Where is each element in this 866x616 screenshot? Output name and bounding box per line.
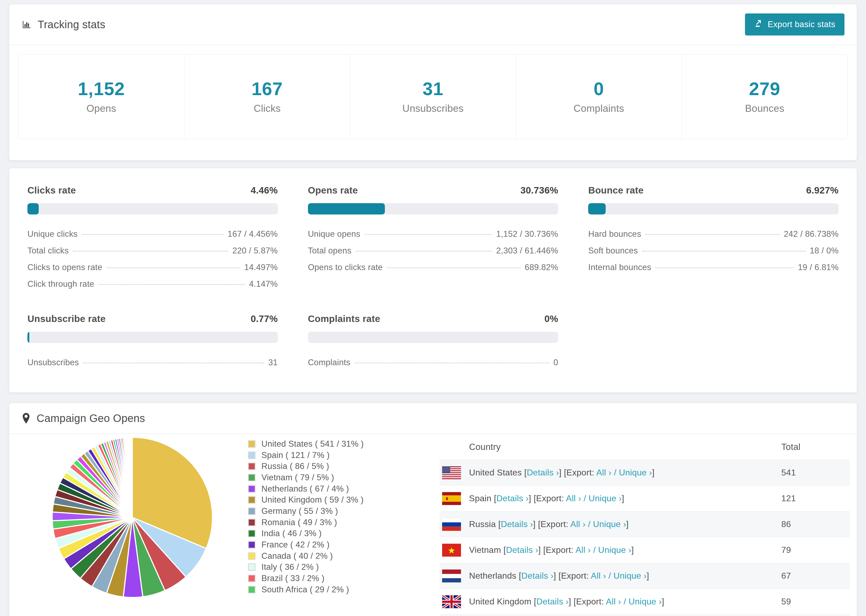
legend-label: France ( 42 / 2% ): [261, 540, 330, 550]
export-slash: /: [606, 571, 614, 580]
rate-detail-value: 689.82%: [525, 262, 558, 272]
legend-label: South Africa ( 29 / 2% ): [261, 585, 349, 594]
legend-color-swatch: [248, 519, 255, 526]
table-row-spain: Spain [Details ›] [Export: All › / Uniqu…: [439, 486, 850, 511]
legend-item-canada[interactable]: Canada ( 40 / 2% ): [248, 550, 439, 562]
legend-color-swatch: [248, 474, 255, 481]
bar-chart-icon: [22, 19, 32, 30]
rate-progress-bar: [27, 203, 278, 214]
table-row-netherlands: Netherlands [Details ›] [Export: All › /…: [439, 563, 850, 589]
vn-flag-icon: [442, 544, 461, 556]
export-all-link[interactable]: All ›: [570, 519, 586, 529]
export-slash: /: [581, 493, 589, 503]
column-header-country: Country: [469, 442, 781, 452]
legend-item-romania[interactable]: Romania ( 49 / 3% ): [248, 517, 439, 528]
legend-item-vietnam[interactable]: Vietnam ( 79 / 5% ): [248, 472, 439, 483]
dotted-leader: [646, 234, 779, 235]
rate-section-clicks-rate: Clicks rate4.46%Unique clicks167 / 4.456…: [27, 185, 278, 292]
export-unique-link[interactable]: Unique ›: [619, 468, 652, 477]
country-total: 86: [781, 519, 844, 529]
dotted-leader: [365, 234, 492, 235]
export-slash: /: [586, 519, 593, 529]
rate-title: Bounce rate: [588, 185, 644, 196]
legend-item-south-africa[interactable]: South Africa ( 29 / 2% ): [248, 584, 439, 595]
export-unique-link[interactable]: Unique ›: [614, 571, 647, 580]
export-all-link[interactable]: All ›: [596, 468, 612, 477]
legend-item-russia[interactable]: Russia ( 86 / 5% ): [248, 460, 439, 472]
legend-item-united-kingdom[interactable]: United Kingdom ( 59 / 3% ): [248, 494, 439, 506]
rate-detail-row: Unique clicks167 / 4.456%: [27, 226, 278, 242]
rate-detail-label: Hard bounces: [588, 229, 641, 239]
geo-opens-header: Campaign Geo Opens: [9, 403, 857, 434]
details-link[interactable]: Details ›: [521, 571, 553, 580]
pie-slice[interactable]: [132, 437, 132, 517]
us-flag-icon: [442, 466, 461, 479]
dotted-leader: [82, 234, 224, 235]
legend-label: Italy ( 36 / 2% ): [261, 562, 319, 572]
export-all-link[interactable]: All ›: [606, 597, 621, 606]
rate-value: 6.927%: [806, 185, 839, 196]
table-row-russia: Russia [Details ›] [Export: All › / Uniq…: [439, 511, 850, 537]
export-unique-link[interactable]: Unique ›: [589, 493, 622, 503]
rate-detail-label: Unsubscribes: [27, 358, 79, 368]
dotted-leader: [387, 267, 520, 268]
rate-detail-value: 2,303 / 61.446%: [496, 246, 558, 256]
geo-opens-card: Campaign Geo Opens United States ( 541 /…: [9, 403, 857, 616]
rate-progress-bar: [588, 203, 839, 214]
export-all-link[interactable]: All ›: [576, 545, 591, 555]
export-unique-link[interactable]: Unique ›: [593, 519, 626, 529]
legend-item-netherlands[interactable]: Netherlands ( 67 / 4% ): [248, 483, 439, 495]
summary-stat-value: 279: [682, 78, 847, 99]
ru-flag-icon: [442, 518, 461, 531]
details-link[interactable]: Details ›: [506, 545, 538, 555]
rate-detail-value: 14.497%: [244, 262, 277, 272]
es-flag-icon: [442, 492, 461, 505]
legend-label: Canada ( 40 / 2% ): [261, 551, 333, 561]
details-link[interactable]: Details ›: [501, 519, 533, 529]
legend-label: Netherlands ( 67 / 4% ): [261, 484, 349, 494]
tracking-stats-header: Tracking stats Export basic stats: [9, 4, 857, 45]
rate-detail-row: Clicks to opens rate14.497%: [27, 259, 278, 276]
legend-item-brazil[interactable]: Brazil ( 33 / 2% ): [248, 573, 439, 584]
export-all-link[interactable]: All ›: [591, 571, 606, 580]
details-link[interactable]: Details ›: [496, 493, 529, 503]
legend-item-france[interactable]: France ( 42 / 2% ): [248, 539, 439, 550]
legend-color-swatch: [248, 451, 255, 459]
dotted-leader: [355, 363, 549, 363]
legend-item-germany[interactable]: Germany ( 55 / 3% ): [248, 506, 439, 517]
summary-stat-label: Bounces: [682, 103, 847, 114]
details-link[interactable]: Details ›: [527, 468, 559, 477]
rate-detail-row: Click through rate4.147%: [27, 276, 278, 292]
geo-legend: United States ( 541 / 31% )Spain ( 121 /…: [248, 434, 439, 616]
rate-progress-fill: [308, 203, 385, 214]
summary-stat-value: 31: [350, 78, 516, 99]
rate-detail-value: 4.147%: [249, 279, 278, 289]
rate-detail-value: 242 / 86.738%: [784, 229, 839, 239]
legend-label: Spain ( 121 / 7% ): [261, 451, 330, 460]
rate-detail-row: Hard bounces242 / 86.738%: [588, 226, 839, 242]
summary-stat-clicks: 167Clicks: [184, 55, 350, 139]
rate-detail-label: Clicks to opens rate: [27, 262, 102, 272]
legend-item-united-states[interactable]: United States ( 541 / 31% ): [248, 438, 439, 449]
geo-pie-chart[interactable]: [9, 434, 248, 616]
country-name: United States: [469, 468, 522, 477]
export-unique-link[interactable]: Unique ›: [628, 597, 661, 606]
export-basic-stats-button[interactable]: Export basic stats: [745, 13, 844, 36]
legend-color-swatch: [248, 485, 255, 493]
export-unique-link[interactable]: Unique ›: [598, 545, 631, 555]
rate-detail-label: Complaints: [308, 358, 350, 368]
rate-detail-label: Click through rate: [27, 279, 94, 289]
legend-item-spain[interactable]: Spain ( 121 / 7% ): [248, 449, 439, 461]
summary-stat-unsubscribes: 31Unsubscribes: [350, 55, 516, 139]
rate-detail-label: Total opens: [308, 246, 351, 256]
legend-label: United Kingdom ( 59 / 3% ): [261, 495, 364, 505]
details-link[interactable]: Details ›: [536, 597, 568, 606]
legend-item-india[interactable]: India ( 46 / 3% ): [248, 528, 439, 539]
legend-label: Vietnam ( 79 / 5% ): [261, 473, 334, 482]
legend-item-italy[interactable]: Italy ( 36 / 2% ): [248, 562, 439, 573]
rate-progress-bar: [308, 332, 558, 343]
summary-stats-row: 1,152Opens167Clicks31Unsubscribes0Compla…: [18, 54, 848, 139]
summary-stat-value: 1,152: [19, 78, 184, 99]
rate-detail-label: Unique clicks: [27, 229, 78, 239]
export-all-link[interactable]: All ›: [566, 493, 581, 503]
